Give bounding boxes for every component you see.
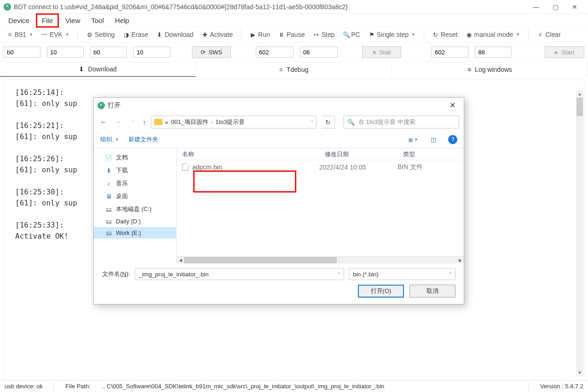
chevron-down-icon[interactable]: ˅ xyxy=(338,272,340,277)
run-button[interactable]: ▶Run xyxy=(247,29,273,40)
search-input[interactable]: 🔍 在 1to3提示音 中搜索 xyxy=(343,116,459,129)
input-06[interactable] xyxy=(300,47,338,58)
breadcrumb-seg1[interactable]: 001_项目固件 xyxy=(171,118,208,126)
organize-button[interactable]: 组织▼ xyxy=(100,135,119,144)
input-602-2[interactable] xyxy=(432,47,468,58)
scroll-down-icon[interactable]: ▼ xyxy=(576,369,583,376)
evk-selector[interactable]: 〰EVK▼ xyxy=(39,29,72,40)
gear-icon: ⚙ xyxy=(86,31,93,38)
chevron-down-icon[interactable]: ˅ xyxy=(311,120,313,125)
dialog-icon xyxy=(98,102,105,109)
menu-view[interactable]: View xyxy=(61,15,85,26)
sidebar-item[interactable]: 🖴Work (E:) xyxy=(94,227,176,239)
activate-button[interactable]: ✚Activate xyxy=(199,29,236,40)
menu-help[interactable]: Help xyxy=(110,15,134,26)
input-b0-2[interactable] xyxy=(90,47,127,58)
stall-button[interactable]: ■Stall xyxy=(362,46,402,58)
drive-icon: ♪ xyxy=(105,180,112,187)
dialog-title: 打开 xyxy=(108,101,444,110)
status-usb: usb device: ok xyxy=(5,383,43,390)
sidebar-item[interactable]: 🖴Daily (D:) xyxy=(94,216,176,227)
chip-selector[interactable]: ⌗B91▼ xyxy=(4,29,36,40)
file-rows: adpcm.bin2022/4/24 10:05BIN 文件 xyxy=(177,160,464,256)
tab-log[interactable]: ≡Log windows xyxy=(392,62,588,77)
menu-tool[interactable]: Tool xyxy=(86,15,109,26)
sidebar-item[interactable]: 🖴本地磁盘 (C:) xyxy=(94,203,176,216)
input-602-1[interactable] xyxy=(256,47,294,58)
close-button[interactable]: ✕ xyxy=(565,0,584,13)
download-button[interactable]: ⬇Download xyxy=(154,29,196,40)
input-88[interactable] xyxy=(475,47,512,58)
search-icon: 🔍 xyxy=(347,119,355,126)
dialog-nav: ← → ˅ ↑ « 001_项目固件 › 1to3提示音 ˅ ↻ 🔍 在 1to… xyxy=(94,113,464,131)
menu-device[interactable]: Device xyxy=(4,15,34,26)
help-button[interactable]: ? xyxy=(448,135,457,144)
erase-button[interactable]: ◑Erase xyxy=(120,29,151,40)
view-mode-button[interactable]: ≣ ▼ xyxy=(408,135,419,145)
column-date[interactable]: 修改日期 xyxy=(319,150,398,158)
drive-icon: 🖴 xyxy=(105,206,112,213)
recent-dropdown[interactable]: ˅ xyxy=(128,120,138,125)
start-button[interactable]: Start xyxy=(545,46,584,58)
app-icon xyxy=(4,3,11,11)
cancel-button[interactable]: 取消 xyxy=(409,285,455,298)
back-button[interactable]: ← xyxy=(98,118,109,126)
pc-button[interactable]: 🔍PC xyxy=(340,29,363,40)
chevron-down-icon[interactable]: ˅ xyxy=(449,272,451,277)
setting-button[interactable]: ⚙Setting xyxy=(84,29,118,40)
input-10-2[interactable] xyxy=(133,47,170,58)
scroll-left-icon[interactable]: ◀ xyxy=(177,258,184,263)
sidebar-item[interactable]: ⬇下载 xyxy=(94,164,176,177)
play-icon: ▶ xyxy=(250,31,256,38)
sws-button[interactable]: ⟳SWS xyxy=(192,46,231,58)
column-type[interactable]: 类型 xyxy=(398,150,464,158)
sidebar-item[interactable]: 🖥桌面 xyxy=(94,190,176,203)
single-step-button[interactable]: ⚑Single step▼ xyxy=(366,29,418,40)
filetype-selector[interactable]: bin (*.bin) ˅ xyxy=(349,268,455,280)
vertical-scrollbar[interactable]: ▲ ▼ xyxy=(576,90,583,376)
minimize-button[interactable]: — xyxy=(526,0,546,13)
breadcrumb-seg2[interactable]: 1to3提示音 xyxy=(215,118,245,126)
file-row[interactable]: adpcm.bin2022/4/24 10:05BIN 文件 xyxy=(177,160,464,174)
filename-input[interactable]: _img_proj_le_initiator_.bin ˅ xyxy=(135,268,344,280)
column-name[interactable]: 名称 xyxy=(177,150,319,158)
title-bar: BDT connect to 1:usb#vid_248a&pid_9206&m… xyxy=(0,0,588,14)
refresh-button[interactable]: ↻ xyxy=(321,116,335,129)
drive-icon: 🖴 xyxy=(105,229,112,236)
maximize-button[interactable]: ▢ xyxy=(546,0,565,13)
stop-icon: ■ xyxy=(373,49,376,56)
refresh-icon: ⟳ xyxy=(201,49,206,56)
tab-download[interactable]: ⬇Download xyxy=(0,62,196,77)
preview-pane-button[interactable]: ◫ xyxy=(428,135,439,145)
dialog-close-button[interactable]: ✕ xyxy=(444,99,460,111)
input-b0-1[interactable] xyxy=(4,47,40,58)
dialog-file-list: 名称 修改日期 类型 adpcm.bin2022/4/24 10:05BIN 文… xyxy=(177,148,464,263)
scroll-right-icon[interactable]: ▶ xyxy=(456,258,464,263)
breadcrumb[interactable]: « 001_项目固件 › 1to3提示音 ˅ xyxy=(151,116,317,129)
open-button[interactable]: 打开(O) xyxy=(358,285,404,298)
scroll-up-icon[interactable]: ▲ xyxy=(576,90,583,98)
dialog-title-bar: 打开 ✕ xyxy=(94,98,464,113)
manual-mode-selector[interactable]: ◉manual mode▼ xyxy=(463,29,523,40)
drive-icon: 🖥 xyxy=(105,193,112,200)
horizontal-scrollbar[interactable]: ◀ ▶ xyxy=(177,256,464,263)
scroll-thumb[interactable] xyxy=(184,257,337,263)
step-button[interactable]: ↦Step xyxy=(310,29,337,40)
reset-button[interactable]: ↻Reset xyxy=(430,29,461,40)
tab-tdebug[interactable]: ⌗Tdebug xyxy=(196,62,392,77)
forward-button[interactable]: → xyxy=(113,118,123,126)
up-button[interactable]: ↑ xyxy=(143,118,146,126)
new-folder-button[interactable]: 新建文件夹 xyxy=(128,135,158,144)
clear-button[interactable]: ♯Clear xyxy=(534,29,563,40)
scroll-thumb[interactable] xyxy=(576,98,583,116)
pause-button[interactable]: ⏸Pause xyxy=(276,29,308,40)
drive-icon: 🖴 xyxy=(105,218,112,225)
drive-icon: ⬇ xyxy=(105,167,112,174)
sidebar-item[interactable]: 📄文档 xyxy=(94,151,176,164)
toolbar-primary: ⌗B91▼ 〰EVK▼ ⚙Setting ◑Erase ⬇Download ✚A… xyxy=(0,27,588,42)
sidebar-item[interactable]: ♪音乐 xyxy=(94,177,176,190)
input-10-1[interactable] xyxy=(47,47,84,58)
status-filepath-label: File Path: xyxy=(65,383,91,390)
file-icon xyxy=(182,164,189,171)
menu-file[interactable]: File xyxy=(36,13,59,28)
